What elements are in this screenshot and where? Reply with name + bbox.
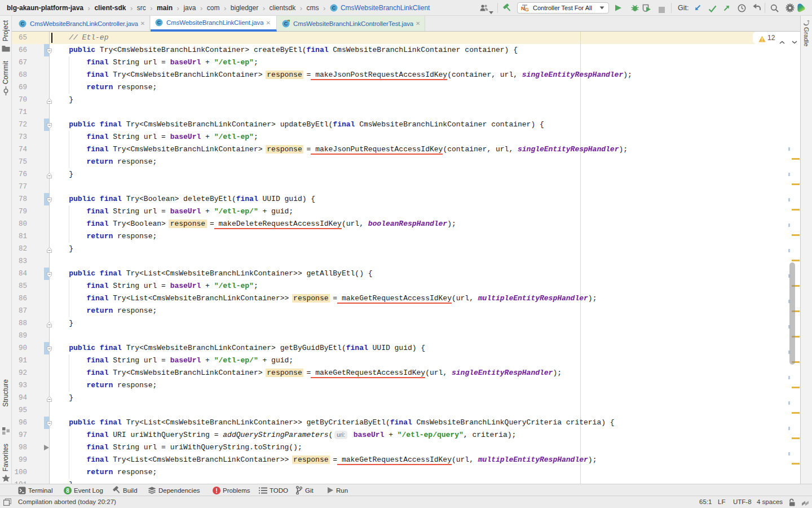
svg-text:C: C [332,5,336,11]
svg-text:G: G [525,7,529,12]
svg-text:C: C [21,21,25,27]
svg-text:8: 8 [66,487,69,493]
svg-text:C: C [284,21,288,27]
svg-text:N: N [521,6,525,11]
svg-text:C: C [157,20,161,25]
